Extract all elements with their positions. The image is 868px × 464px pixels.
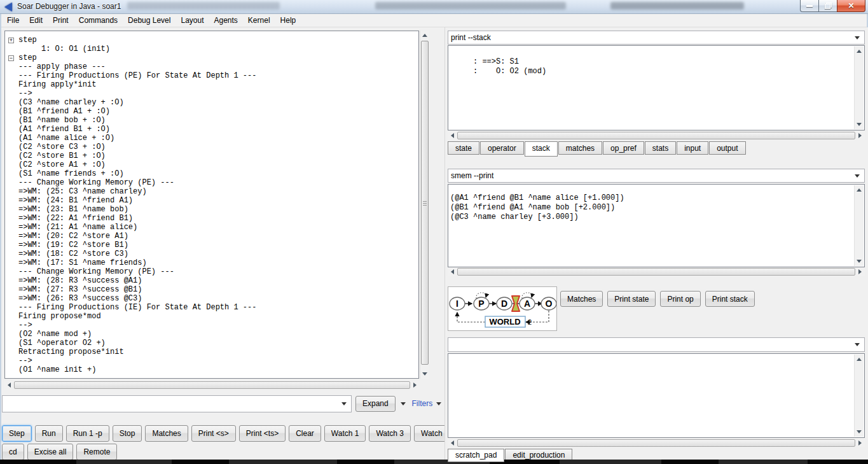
smem-vertical-scrollbar[interactable]	[854, 185, 864, 266]
trace-row[interactable]: =>WM: (20: C2 ^store A1)	[8, 232, 418, 241]
toolbar-button[interactable]: cd	[2, 444, 24, 460]
scratch-pad-area[interactable]	[448, 353, 865, 438]
scratch-vertical-scrollbar[interactable]	[854, 355, 864, 437]
trace-row[interactable]: (B1 ^name bob + :O)	[8, 116, 418, 125]
tab[interactable]: matches	[558, 141, 602, 155]
toolbar-button[interactable]: Excise all	[27, 444, 74, 460]
trace-row[interactable]: =>WM: (28: R3 ^success @A1)	[8, 276, 418, 285]
trace-row[interactable]: 1: O: O1 (init)	[8, 45, 418, 53]
scroll-left-button[interactable]	[448, 267, 457, 276]
menu-item[interactable]: Kernel	[243, 15, 275, 26]
toolbar-button[interactable]: Print <s>	[191, 425, 236, 442]
smem-command-combo[interactable]: smem --print	[448, 169, 865, 183]
action-button[interactable]: Print op	[660, 291, 700, 307]
filters-dropdown-icon[interactable]	[435, 398, 442, 409]
scroll-up-button[interactable]	[855, 185, 864, 195]
menu-item[interactable]: Commands	[74, 15, 123, 26]
action-button[interactable]: Print state	[607, 291, 656, 307]
action-button[interactable]: Matches	[560, 291, 603, 307]
trace-row[interactable]: =>WM: (23: B1 ^name bob)	[8, 205, 418, 214]
toolbar-button[interactable]: Run	[35, 425, 63, 442]
trace-row[interactable]: (S1 ^operator O2 +)	[8, 339, 418, 348]
toolbar-button[interactable]: Clear	[289, 425, 321, 442]
scroll-down-button[interactable]	[855, 120, 864, 129]
scrollbar-thumb[interactable]	[457, 439, 855, 447]
minimize-button[interactable]	[800, 0, 818, 12]
trace-row[interactable]: -->	[8, 321, 418, 330]
trace-row[interactable]: =>WM: (24: B1 ^friend A1)	[8, 196, 418, 205]
scroll-up-button[interactable]	[855, 46, 864, 56]
trace-row[interactable]: =>WM: (21: A1 ^name alice)	[8, 223, 418, 232]
stack-horizontal-scrollbar[interactable]	[448, 131, 865, 140]
trace-row[interactable]: (O2 ^name mod +)	[8, 330, 418, 339]
scroll-down-button[interactable]	[420, 369, 429, 379]
expand-button[interactable]: Expand	[355, 396, 396, 412]
filters-link[interactable]: Filters	[412, 399, 433, 408]
smem-horizontal-scrollbar[interactable]	[448, 267, 865, 276]
scroll-right-button[interactable]	[855, 439, 865, 447]
trace-row[interactable]: (C2 ^store A1 + :O)	[8, 160, 418, 169]
menu-item[interactable]: Agents	[209, 15, 243, 26]
scrollbar-thumb[interactable]	[421, 41, 429, 365]
smem-output-area[interactable]: (@A1 ^friend @B1 ^name alice [+1.000])(@…	[448, 184, 865, 267]
toolbar-button[interactable]: Matches	[145, 425, 188, 442]
trace-row[interactable]: -->	[8, 89, 418, 98]
menu-item[interactable]: File	[2, 15, 24, 26]
chevron-down-icon[interactable]	[340, 396, 348, 412]
toolbar-button[interactable]: Step	[2, 425, 32, 442]
command-input-combo[interactable]	[2, 395, 352, 412]
trace-row[interactable]: --- Change Working Memory (PE) ---	[8, 178, 418, 187]
trace-row[interactable]: --- Change Working Memory (PE) ---	[8, 267, 418, 276]
scroll-left-button[interactable]	[4, 381, 14, 390]
scroll-right-button[interactable]	[855, 267, 865, 276]
trace-row[interactable]: Retracting propose*init	[8, 348, 418, 356]
menu-item[interactable]: Debug Level	[123, 15, 176, 26]
trace-row[interactable]: =>WM: (27: R3 ^success @B1)	[8, 285, 418, 294]
trace-row[interactable]: (A1 ^friend B1 + :O)	[8, 125, 418, 134]
trace-row[interactable]: --- apply phase ---	[8, 62, 418, 71]
chevron-down-icon[interactable]	[853, 31, 862, 44]
trace-row[interactable]: =>WM: (25: C3 ^name charley)	[8, 187, 418, 196]
trace-row[interactable]: =>WM: (26: R3 ^success @C3)	[8, 294, 418, 303]
scroll-down-button[interactable]	[855, 257, 864, 266]
scrollbar-thumb[interactable]	[14, 381, 410, 389]
scroll-right-button[interactable]	[410, 381, 420, 390]
menu-item[interactable]: Print	[48, 15, 74, 26]
stack-command-combo[interactable]: print --stack	[448, 31, 865, 45]
trace-row[interactable]: =>WM: (17: S1 ^name friends)	[8, 258, 418, 267]
toolbar-button[interactable]: Run 1 -p	[66, 425, 109, 442]
tab[interactable]: input	[677, 141, 708, 155]
scrollbar-thumb[interactable]	[457, 132, 855, 139]
tree-toggle-icon[interactable]: −	[8, 55, 14, 61]
trace-row[interactable]: --- Firing Productions (PE) For State At…	[8, 71, 418, 80]
tree-horizontal-scrollbar[interactable]	[4, 381, 420, 390]
scroll-left-button[interactable]	[448, 131, 457, 140]
tab[interactable]: stats	[645, 141, 676, 155]
trace-row[interactable]: (S1 ^name friends + :O)	[8, 169, 418, 178]
toolbar-button[interactable]: Print <ts>	[239, 425, 286, 442]
trace-row[interactable]: (C2 ^store B1 + :O)	[8, 151, 418, 160]
trace-row[interactable]: +step	[8, 36, 418, 45]
trace-row[interactable]: --- Firing Productions (IE) For State At…	[8, 303, 418, 312]
trace-row[interactable]: Firing propose*mod	[8, 312, 418, 321]
chevron-down-icon[interactable]	[853, 169, 862, 182]
menu-item[interactable]: Layout	[176, 15, 209, 26]
toolbar-button[interactable]: Stop	[113, 425, 142, 442]
tab[interactable]: output	[709, 141, 745, 155]
stack-vertical-scrollbar[interactable]	[854, 46, 864, 129]
trace-row[interactable]: (C2 ^store C3 + :O)	[8, 143, 418, 151]
toolbar-button[interactable]: Watch 3	[369, 425, 411, 442]
scroll-right-button[interactable]	[855, 131, 865, 140]
scroll-up-button[interactable]	[420, 31, 429, 40]
trace-row[interactable]: =>WM: (22: A1 ^friend B1)	[8, 214, 418, 223]
menu-item[interactable]: Edit	[24, 15, 48, 26]
scroll-down-button[interactable]	[855, 427, 864, 437]
scratch-command-combo[interactable]	[448, 337, 865, 352]
chevron-down-icon[interactable]	[853, 338, 862, 351]
tab[interactable]: operator	[480, 141, 524, 155]
restore-button[interactable]	[818, 0, 837, 12]
scroll-up-button[interactable]	[855, 355, 864, 364]
trace-row[interactable]: Firing apply*init	[8, 80, 418, 89]
trace-row[interactable]: (O1 ^name init +)	[8, 365, 418, 374]
trace-row[interactable]: −step	[8, 53, 418, 62]
